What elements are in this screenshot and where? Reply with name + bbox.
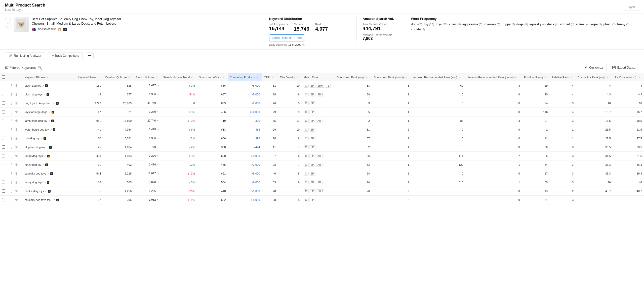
col-header-relative[interactable]: Relative Rank ⇅ (550, 73, 576, 81)
row-delete-button[interactable]: 🗑 (15, 171, 19, 176)
keyword-link[interactable]: elephant dog toy ↗ a (25, 146, 74, 149)
row-checkbox-cell[interactable] (0, 117, 8, 125)
row-checkbox[interactable] (2, 93, 5, 96)
row-menu-button[interactable]: ⋮ (10, 110, 14, 114)
keyword-link[interactable]: toys for large dogs ↗ a (25, 110, 74, 114)
row-checkbox[interactable] (2, 145, 5, 149)
col-header-sponsored[interactable]: Sponsored ASINs ⇅ (197, 73, 228, 81)
row-menu-button[interactable]: ⋮ (10, 83, 14, 88)
row-checkbox-cell[interactable] (0, 169, 8, 178)
row-checkbox[interactable] (2, 119, 5, 122)
row-delete-button[interactable]: 🗑 (15, 101, 19, 105)
search-icon[interactable]: 🔍 (38, 66, 42, 70)
col-header-amz-rec-avg[interactable]: Amazon Recommended Rank (avg) ⇅ (411, 73, 465, 81)
col-header-cpr[interactable]: CPR ⇅ (262, 73, 278, 81)
row-checkbox[interactable] (2, 84, 5, 87)
row-checkbox[interactable] (2, 189, 5, 193)
more-options-button[interactable]: ••• (86, 52, 94, 59)
row-checkbox-cell[interactable] (0, 160, 8, 169)
col-header-position[interactable]: Position (Rank) ⇅ (522, 73, 550, 81)
row-delete-button[interactable]: 🗑 (15, 110, 19, 114)
row-menu-button[interactable]: ⋮ (10, 92, 14, 97)
row-delete-button[interactable]: 🗑 (15, 136, 19, 141)
copy-icon[interactable]: 📋 (58, 28, 61, 31)
nav-next-button[interactable]: ⌄ (5, 23, 11, 29)
keyword-link[interactable]: plush dog toys ↗ a (25, 93, 74, 96)
row-checkbox[interactable] (2, 137, 5, 140)
col-header-checkbox[interactable] (0, 73, 8, 81)
row-menu-button[interactable]: ⋮ (10, 198, 14, 202)
keyword-link[interactable]: lamb chop dog toy ↗ a (25, 119, 74, 122)
export-data-button[interactable]: 💾 Export Data... (609, 64, 639, 71)
keyword-link[interactable]: squeaky dog toys for... ↗ a (25, 198, 74, 201)
keyword-link[interactable]: funny dog toy ↗ a (25, 163, 74, 166)
row-menu-button[interactable]: ⋮ (10, 189, 14, 193)
col-header-kw-sales[interactable]: Keyword Sales ⇅ (76, 73, 103, 81)
row-delete-button[interactable]: 🗑 (15, 154, 19, 158)
row-checkbox[interactable] (2, 163, 5, 166)
col-header-title[interactable]: Title Density ⇅ (278, 73, 302, 81)
row-menu-button[interactable]: ⋮ (10, 171, 14, 176)
col-header-sp-rank-cnt[interactable]: Sponsored Rank (count) ⇅ (372, 73, 411, 81)
show-historical-trend-button[interactable]: Show Historical Trend (269, 34, 305, 41)
row-checkbox-cell[interactable] (0, 143, 8, 152)
export-top-button[interactable]: Export (623, 4, 639, 11)
row-checkbox[interactable] (2, 198, 5, 201)
row-delete-button[interactable]: 🗑 (15, 162, 19, 167)
row-delete-button[interactable]: 🗑 (15, 83, 19, 88)
row-delete-button[interactable]: 🗑 (15, 145, 19, 149)
col-header-cerebro[interactable]: Cerebro IQ Score ⇅ (103, 73, 134, 81)
row-checkbox[interactable] (2, 128, 5, 131)
customize-button[interactable]: ⚙ Customize (582, 64, 607, 71)
row-delete-button[interactable]: 🗑 (15, 119, 19, 123)
row-checkbox-cell[interactable] (0, 187, 8, 196)
col-header-amz-rec-cnt[interactable]: Amazon Recommended Rank (count) ⇅ (465, 73, 522, 81)
row-delete-button[interactable]: 🗑 (15, 127, 19, 132)
row-checkbox[interactable] (2, 101, 5, 105)
keyword-link[interactable]: water bottle dog toy ↗ a (25, 128, 74, 131)
row-checkbox-cell[interactable] (0, 152, 8, 160)
select-all-checkbox[interactable] (2, 75, 5, 79)
row-checkbox-cell[interactable] (0, 125, 8, 134)
col-header-competitor[interactable]: Competitor Rank (avg) ⇅ (576, 73, 613, 81)
col-header-match[interactable]: Match Type (302, 73, 335, 81)
row-menu-button[interactable]: ⋮ (10, 154, 14, 158)
keyword-link[interactable]: crinkle dog toys ↗ a (25, 190, 74, 193)
row-menu-button[interactable]: ⋮ (10, 127, 14, 132)
keyword-link[interactable]: funny dog toys ↗ a (25, 181, 74, 184)
col-header-sv[interactable]: Search Volume ⇅ (134, 73, 161, 81)
row-menu-button[interactable]: ⋮ (10, 145, 14, 149)
col-header-keyword[interactable]: Keyword Phrase ⇅ (23, 73, 76, 81)
row-checkbox[interactable] (2, 181, 5, 184)
row-checkbox-cell[interactable] (0, 108, 8, 117)
keyword-link[interactable]: tough dog toys ↗ a (25, 154, 74, 157)
col-header-svt[interactable]: Search Volume Trend ⇅ (161, 73, 197, 81)
row-menu-button[interactable]: ⋮ (10, 136, 14, 141)
track-competitors-button[interactable]: + Track Competitors (48, 52, 83, 59)
row-checkbox-cell[interactable] (0, 90, 8, 99)
row-delete-button[interactable]: 🗑 (15, 92, 19, 97)
row-checkbox-cell[interactable] (0, 196, 8, 204)
row-checkbox-cell[interactable] (0, 99, 8, 108)
row-checkbox-cell[interactable] (0, 134, 8, 143)
row-menu-button[interactable]: ⋮ (10, 101, 14, 105)
row-delete-button[interactable]: 🗑 (15, 198, 19, 202)
run-listing-button[interactable]: 🔗 Run Listing Analyzer (5, 52, 45, 59)
nav-prev-button[interactable]: ⌃ (5, 17, 11, 22)
row-checkbox[interactable] (2, 154, 5, 157)
keyword-link[interactable]: cow dog toy ↗ a (25, 137, 74, 140)
col-header-competing[interactable]: Competing Products ⇅ (228, 73, 262, 81)
row-menu-button[interactable]: ⋮ (10, 162, 14, 167)
row-menu-button[interactable]: ⋮ (10, 119, 14, 123)
row-checkbox-cell[interactable] (0, 178, 8, 187)
row-checkbox-cell[interactable] (0, 81, 8, 90)
row-delete-button[interactable]: 🗑 (15, 189, 19, 193)
row-menu-button[interactable]: ⋮ (10, 180, 14, 185)
col-header-sp-rank-avg[interactable]: Sponsored Rank (avg) ⇅ (335, 73, 372, 81)
col-header-ra-comp[interactable]: Ra Competitors (c ⇅ (613, 73, 644, 81)
row-checkbox[interactable] (2, 172, 5, 175)
keyword-link[interactable]: squeaky dog toys ↗ a (25, 172, 74, 175)
keyword-link[interactable]: dog toys to keep the... ↗ a (25, 102, 74, 105)
row-delete-button[interactable]: 🗑 (15, 180, 19, 185)
row-checkbox[interactable] (2, 110, 5, 114)
